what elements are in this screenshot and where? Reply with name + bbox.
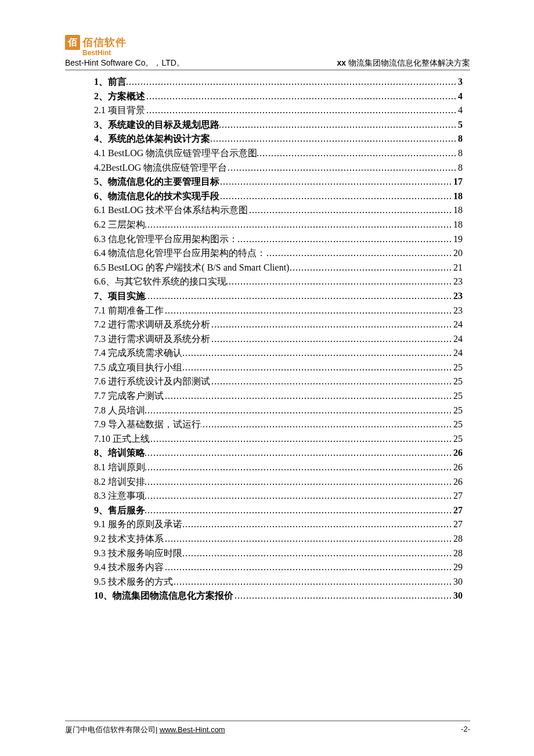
toc-row[interactable]: 4.2BestLOG 物流供应链管理平台8 — [94, 161, 463, 175]
toc-row[interactable]: 7.2 进行需求调研及系统分析24 — [94, 318, 463, 332]
toc-leader — [219, 189, 452, 204]
toc-label: 7.3 进行需求调研及系统分析 — [94, 332, 210, 347]
toc-leader — [227, 161, 457, 175]
logo-text-cn: 佰信软件 — [82, 35, 127, 49]
toc-leader — [266, 246, 452, 261]
toc-page: 8 — [457, 146, 463, 161]
toc-leader — [145, 289, 452, 304]
toc-leader — [210, 132, 457, 146]
toc-page: 27 — [452, 489, 463, 503]
toc-row[interactable]: 6.3 信息化管理平台应用架构图示：19 — [94, 232, 463, 247]
toc-row[interactable]: 10、物流集团物流信息化方案报价30 — [94, 589, 463, 603]
toc-row[interactable]: 6.5 BestLOG 的客户端技术( B/S and Smart Client… — [94, 261, 463, 275]
toc-label: 8.2 培训安排 — [94, 475, 145, 489]
toc-row[interactable]: 9.1 服务的原则及承诺27 — [94, 517, 463, 532]
toc-page: 25 — [452, 375, 463, 389]
toc-row[interactable]: 7.8 人员培训25 — [94, 404, 463, 418]
toc-row[interactable]: 3、系统建设的目标及规划思路5 — [94, 118, 463, 132]
toc-label: 9.5 技术服务的方式 — [94, 575, 173, 589]
toc-row[interactable]: 7.4 完成系统需求确认24 — [94, 346, 463, 361]
toc-row[interactable]: 6.4 物流信息化管理平台应用架构的特点：20 — [94, 246, 463, 261]
toc-leader — [182, 346, 452, 361]
toc-page: 26 — [452, 475, 463, 489]
toc-row[interactable]: 1、前言3 — [94, 75, 463, 89]
toc-page: 28 — [452, 546, 463, 561]
toc-row[interactable]: 8.3 注意事项27 — [94, 489, 463, 503]
toc-page: 30 — [452, 575, 463, 589]
footer-link[interactable]: www.Best-Hint.com — [160, 725, 225, 734]
toc-page: 25 — [452, 417, 463, 432]
table-of-contents: 1、前言32、方案概述42.1 项目背景43、系统建设的目标及规划思路54、系统… — [94, 75, 463, 603]
toc-label: 9.2 技术支持体系 — [94, 532, 164, 546]
toc-row[interactable]: 2、方案概述4 — [94, 89, 463, 104]
toc-row[interactable]: 7.9 导入基础数据，试运行25 — [94, 417, 463, 432]
toc-row[interactable]: 9.2 技术支持体系28 — [94, 532, 463, 546]
toc-label: 6.2 三层架构 — [94, 218, 145, 232]
toc-label: 7.7 完成客户测试 — [94, 389, 164, 404]
toc-label: 9.3 技术服务响应时限 — [94, 546, 182, 561]
toc-leader — [238, 232, 452, 247]
toc-label: 6.4 物流信息化管理平台应用架构的特点： — [94, 246, 266, 261]
toc-leader — [145, 446, 452, 460]
toc-row[interactable]: 5、物流信息化的主要管理目标17 — [94, 175, 463, 189]
toc-page: 24 — [452, 332, 463, 347]
footer-left: 厦门中电佰信软件有限公司| www.Best-Hint.com — [65, 725, 225, 735]
toc-leader — [145, 103, 457, 118]
toc-row[interactable]: 7.10 正式上线25 — [94, 432, 463, 447]
toc-row[interactable]: 6.1 BestLOG 技术平台体系结构示意图18 — [94, 203, 463, 218]
toc-leader — [164, 560, 452, 575]
toc-row[interactable]: 2.1 项目背景4 — [94, 103, 463, 118]
toc-label: 6.1 BestLOG 技术平台体系结构示意图 — [94, 203, 248, 218]
toc-row[interactable]: 4.1 BestLOG 物流供应链管理平台示意图8 — [94, 146, 463, 161]
toc-row[interactable]: 6.2 三层架构18 — [94, 218, 463, 232]
toc-row[interactable]: 7.7 完成客户测试25 — [94, 389, 463, 404]
toc-page: 17 — [452, 175, 463, 189]
toc-page: 18 — [452, 189, 463, 204]
footer-company: 厦门中电佰信软件有限公司 — [65, 725, 156, 734]
toc-label: 7.6 进行系统设计及内部测试 — [94, 375, 210, 389]
toc-row[interactable]: 6、物流信息化的技术实现手段18 — [94, 189, 463, 204]
toc-row[interactable]: 7.6 进行系统设计及内部测试25 — [94, 375, 463, 389]
toc-label: 10、物流集团物流信息化方案报价 — [94, 589, 233, 603]
toc-row[interactable]: 4、系统的总体架构设计方案8 — [94, 132, 463, 146]
toc-label: 4.2BestLOG 物流供应链管理平台 — [94, 161, 227, 175]
toc-row[interactable]: 8.2 培训安排26 — [94, 475, 463, 489]
toc-page: 4 — [457, 89, 463, 104]
toc-page: 25 — [452, 389, 463, 404]
toc-page: 28 — [452, 532, 463, 546]
toc-row[interactable]: 9、售后服务27 — [94, 503, 463, 518]
toc-row[interactable]: 6.6、与其它软件系统的接口实现23 — [94, 275, 463, 289]
toc-row[interactable]: 8.1 培训原则26 — [94, 460, 463, 475]
toc-row[interactable]: 9.4 技术服务内容29 — [94, 560, 463, 575]
toc-leader — [145, 503, 452, 518]
toc-row[interactable]: 9.3 技术服务响应时限28 — [94, 546, 463, 561]
toc-leader — [210, 375, 452, 389]
toc-row[interactable]: 7.3 进行需求调研及系统分析24 — [94, 332, 463, 347]
toc-label: 7.1 前期准备工作 — [94, 304, 164, 318]
toc-leader — [289, 261, 452, 275]
toc-leader — [233, 589, 452, 603]
toc-leader — [173, 575, 452, 589]
toc-leader — [201, 417, 452, 432]
toc-label: 6.6、与其它软件系统的接口实现 — [94, 275, 226, 289]
toc-page: 21 — [452, 261, 463, 275]
toc-label: 8.1 培训原则 — [94, 460, 145, 475]
toc-row[interactable]: 7.1 前期准备工作23 — [94, 304, 463, 318]
toc-label: 7、项目实施 — [94, 289, 145, 304]
toc-row[interactable]: 9.5 技术服务的方式30 — [94, 575, 463, 589]
toc-page: 8 — [457, 161, 463, 175]
toc-page: 26 — [452, 460, 463, 475]
toc-page: 25 — [452, 361, 463, 375]
toc-page: 5 — [457, 118, 463, 132]
toc-leader — [145, 218, 452, 232]
toc-leader — [145, 89, 457, 104]
toc-row[interactable]: 8、培训策略26 — [94, 446, 463, 460]
toc-leader — [210, 332, 452, 347]
toc-leader — [257, 146, 457, 161]
toc-label: 7.9 导入基础数据，试运行 — [94, 417, 201, 432]
toc-page: 18 — [452, 203, 463, 218]
toc-row[interactable]: 7.5 成立项目执行小组25 — [94, 361, 463, 375]
toc-label: 4.1 BestLOG 物流供应链管理平台示意图 — [94, 146, 257, 161]
toc-row[interactable]: 7、项目实施23 — [94, 289, 463, 304]
toc-page: 3 — [457, 75, 463, 89]
